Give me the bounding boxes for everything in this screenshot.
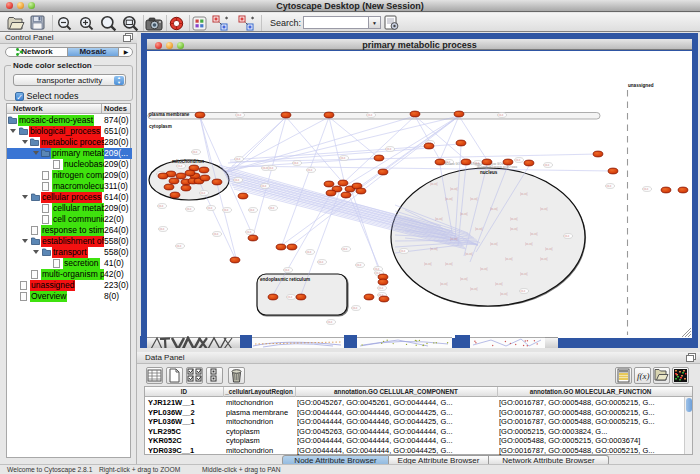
svg-text:xx-x: xx-x (341, 157, 346, 160)
svg-text:[xx-xx]: [xx-xx] (480, 267, 488, 271)
svg-text:xx-x: xx-x (319, 261, 324, 264)
svg-text:xx-x: xx-x (224, 209, 229, 212)
svg-text:xx-x: xx-x (262, 185, 267, 188)
svg-text:xx-x: xx-x (308, 169, 313, 172)
svg-text:xx-x: xx-x (214, 233, 219, 236)
svg-text:[xx-xx]: [xx-xx] (450, 187, 458, 191)
svg-text:unassigned: unassigned (628, 83, 654, 88)
svg-text:xx-x: xx-x (294, 162, 299, 165)
svg-text:cytoplasm: cytoplasm (149, 124, 172, 129)
svg-text:xx-x: xx-x (269, 167, 274, 170)
svg-text:xx-x: xx-x (565, 235, 570, 238)
svg-text:[xx-xx]: [xx-xx] (490, 242, 498, 246)
svg-text:endoplasmic reticulum: endoplasmic reticulum (260, 277, 310, 282)
svg-text:[xx-xx]: [xx-xx] (470, 287, 478, 291)
svg-text:xx-x: xx-x (328, 321, 333, 324)
svg-text:[xx-xx]: [xx-xx] (475, 227, 483, 231)
svg-text:mitochondrion: mitochondrion (172, 159, 204, 164)
svg-text:[xx-xx]: [xx-xx] (445, 262, 453, 266)
svg-text:xx-x: xx-x (237, 114, 242, 117)
svg-text:xx-x: xx-x (387, 148, 392, 151)
svg-text:xx-x: xx-x (235, 179, 240, 182)
svg-text:[xx-xx]: [xx-xx] (445, 197, 453, 201)
svg-text:[xx-xx]: [xx-xx] (430, 247, 438, 251)
svg-text:f(x): f(x) (637, 371, 650, 381)
svg-text:xx-x: xx-x (516, 159, 521, 162)
svg-text:[xx-xx]: [xx-xx] (440, 282, 448, 286)
svg-text:xx-x: xx-x (177, 245, 182, 248)
svg-text:xx-x: xx-x (288, 296, 293, 299)
svg-text:xx-x: xx-x (499, 114, 504, 117)
svg-text:plasma membrane: plasma membrane (149, 112, 190, 117)
svg-text:nucleus: nucleus (480, 170, 498, 175)
svg-text:[xx-xx]: [xx-xx] (505, 257, 513, 261)
svg-text:xx-x: xx-x (187, 208, 192, 211)
svg-text:[xx-xx]: [xx-xx] (545, 247, 553, 251)
svg-text:xx-x: xx-x (343, 248, 348, 251)
svg-text:[xx-xx]: [xx-xx] (510, 227, 518, 231)
svg-text:[xx-xx]: [xx-xx] (520, 272, 528, 276)
svg-text:xx-x: xx-x (401, 250, 406, 253)
svg-text:xx-x: xx-x (357, 264, 362, 267)
svg-text:[xx-xx]: [xx-xx] (520, 192, 528, 196)
svg-text:[xx-xx]: [xx-xx] (424, 262, 432, 266)
svg-text:[xx-xx]: [xx-xx] (490, 207, 498, 211)
svg-text:xx-x: xx-x (368, 114, 373, 117)
svg-text:xx-x: xx-x (545, 164, 550, 167)
svg-text:[xx-xx]: [xx-xx] (470, 197, 478, 201)
svg-text:xx-x: xx-x (521, 290, 526, 293)
svg-text:xx-x: xx-x (201, 192, 206, 195)
svg-text:[xx-xx]: [xx-xx] (435, 217, 443, 221)
svg-text:xx-x: xx-x (379, 287, 384, 290)
svg-text:xx-x: xx-x (193, 151, 198, 154)
svg-text:[xx-xx]: [xx-xx] (495, 282, 503, 286)
svg-text:xx-x: xx-x (247, 231, 252, 234)
svg-text:[xx-xx]: [xx-xx] (460, 212, 468, 216)
svg-text:[xx-xx]: [xx-xx] (525, 242, 533, 246)
svg-text:[xx-xx]: [xx-xx] (430, 182, 438, 186)
svg-text:[xx-xx]: [xx-xx] (465, 252, 473, 256)
svg-text:[xx-xx]: [xx-xx] (450, 237, 458, 241)
svg-text:xx-x: xx-x (208, 207, 213, 210)
svg-text:xx-x: xx-x (160, 228, 165, 231)
svg-text:xx-x: xx-x (307, 251, 312, 254)
svg-text:[xx-xx]: [xx-xx] (500, 292, 508, 296)
svg-text:GO:xxxx GO:xxxxxx xx GO:xxxx: GO:xxxx GO:xxxxxx xx GO:xxxx (477, 165, 518, 169)
svg-text:xx-x: xx-x (644, 188, 649, 191)
svg-text:[xx-xx]: [xx-xx] (540, 257, 548, 261)
svg-text:[xx-xx]: [xx-xx] (540, 207, 548, 211)
svg-text:xx-x: xx-x (250, 209, 255, 212)
svg-text:[xx-xx]: [xx-xx] (530, 232, 538, 236)
svg-text:xx-x: xx-x (607, 185, 612, 188)
svg-text:xx-x: xx-x (178, 165, 183, 168)
svg-text:[xx-xx]: [xx-xx] (510, 217, 518, 221)
svg-text:xx-x: xx-x (353, 307, 358, 310)
svg-text:[xx-xx]: [xx-xx] (460, 277, 468, 281)
svg-text:xx-x: xx-x (285, 269, 290, 272)
svg-text:xx-x: xx-x (236, 158, 241, 161)
svg-text:xx-x: xx-x (159, 205, 164, 208)
svg-text:xx-x: xx-x (270, 207, 275, 210)
